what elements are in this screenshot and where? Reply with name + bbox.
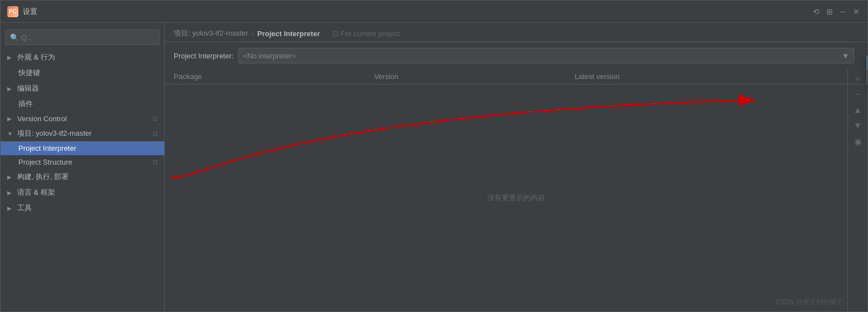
table-area: Package Version Latest version 没有要显示的内容 … xyxy=(165,69,867,311)
copy-icon: ⊡ xyxy=(153,130,158,137)
sidebar-item-label: Project Interpreter xyxy=(18,144,76,152)
interpreter-value: <No interpreter> xyxy=(243,52,296,60)
expand-arrow-icon: ▶ xyxy=(7,55,14,61)
sidebar-item-shortcuts[interactable]: 快捷键 xyxy=(1,65,164,81)
main-content: 🔍 ▶ 外观 & 行为 快捷键 ▶ 编辑器 插件 ▶ Version Contr… xyxy=(1,23,867,311)
table-body: 没有要显示的内容 xyxy=(165,85,867,311)
table-header: Package Version Latest version xyxy=(165,69,867,85)
search-input[interactable] xyxy=(21,33,155,42)
collapse-arrow-icon: ▼ xyxy=(7,131,14,137)
copy-icon: ⊡ xyxy=(153,159,158,166)
sidebar-item-label: 项目: yolov3-tf2-master xyxy=(17,128,92,138)
breadcrumb-current: Project Interpreter xyxy=(257,29,320,38)
sidebar: 🔍 ▶ 外观 & 行为 快捷键 ▶ 编辑器 插件 ▶ Version Contr… xyxy=(1,23,165,311)
sidebar-item-label: 外观 & 行为 xyxy=(17,52,55,62)
extra-btn-1[interactable]: ⟲ xyxy=(812,7,821,16)
sidebar-item-label: 快捷键 xyxy=(18,68,40,78)
dropdown-add-item[interactable]: Add... xyxy=(867,56,867,70)
col-version-header: Version xyxy=(374,72,575,81)
sidebar-item-tools[interactable]: ▶ 工具 xyxy=(1,200,164,216)
sidebar-item-project-structure[interactable]: Project Structure ⊡ xyxy=(1,155,164,169)
watermark: CSDN @梦北村的枫子 xyxy=(775,298,843,307)
expand-arrow-icon: ▶ xyxy=(7,86,14,92)
dropdown-popup: Add... Show All... xyxy=(866,56,867,85)
extra-btn-2[interactable]: ⊞ xyxy=(825,7,834,16)
sidebar-item-label: 插件 xyxy=(18,99,33,109)
dropdown-show-all-item[interactable]: Show All... xyxy=(867,70,867,84)
expand-arrow-icon: ▶ xyxy=(7,190,14,196)
right-actions: + − ▲ ▼ ◉ xyxy=(847,69,867,311)
sidebar-item-label: Project Structure xyxy=(18,158,72,166)
empty-text: 没有要显示的内容 xyxy=(487,193,545,203)
sidebar-item-label: Version Control xyxy=(17,115,67,123)
interpreter-label: Project Interpreter: xyxy=(174,52,234,60)
sidebar-item-language[interactable]: ▶ 语言 & 框架 xyxy=(1,185,164,200)
sidebar-item-project[interactable]: ▼ 项目: yolov3-tf2-master ⊡ xyxy=(1,126,164,141)
interpreter-select[interactable]: <No interpreter> ▼ xyxy=(238,48,854,63)
main-panel: 项目: yolov3-tf2-master › Project Interpre… xyxy=(165,23,867,311)
close-button[interactable]: ✕ xyxy=(852,7,861,16)
expand-arrow-icon: ▶ xyxy=(7,116,14,122)
eye-button[interactable]: ◉ xyxy=(851,135,865,148)
expand-arrow-icon: ▶ xyxy=(7,174,14,180)
search-icon: 🔍 xyxy=(10,33,19,42)
expand-arrow-icon: ▶ xyxy=(7,205,14,211)
sidebar-item-editor[interactable]: ▶ 编辑器 xyxy=(1,81,164,96)
interpreter-row: Project Interpreter: <No interpreter> ▼ … xyxy=(165,42,867,69)
down-button[interactable]: ▼ xyxy=(851,119,865,132)
sidebar-item-project-interpreter[interactable]: Project Interpreter ⊡ xyxy=(1,141,164,155)
for-current-text: For current project xyxy=(341,29,400,38)
col-latest-header: Latest version xyxy=(575,72,859,81)
window-title: 设置 xyxy=(23,7,812,17)
breadcrumb: 项目: yolov3-tf2-master › Project Interpre… xyxy=(174,28,859,38)
minimize-button[interactable]: ─ xyxy=(838,7,847,16)
search-box[interactable]: 🔍 xyxy=(5,29,160,45)
sidebar-item-label: 编辑器 xyxy=(17,83,39,93)
window-controls: ⟲ ⊞ ─ ✕ xyxy=(812,7,861,16)
add-package-button[interactable]: + xyxy=(851,72,865,86)
sidebar-item-build[interactable]: ▶ 构建, 执行, 部署 xyxy=(1,169,164,185)
chevron-down-icon: ▼ xyxy=(842,52,849,60)
sidebar-item-label: 构建, 执行, 部署 xyxy=(17,172,68,182)
for-current-label: ⊡ For current project xyxy=(332,29,400,38)
sidebar-item-label: 语言 & 框架 xyxy=(17,187,55,197)
for-current-icon: ⊡ xyxy=(332,29,339,38)
main-header: 项目: yolov3-tf2-master › Project Interpre… xyxy=(165,23,867,42)
up-button[interactable]: ▲ xyxy=(851,103,865,117)
sidebar-item-version-control[interactable]: ▶ Version Control ⊡ xyxy=(1,112,164,126)
app-logo: PC xyxy=(7,6,18,17)
title-bar: PC 设置 ⟲ ⊞ ─ ✕ xyxy=(1,1,867,23)
sidebar-item-plugins[interactable]: 插件 xyxy=(1,96,164,112)
sidebar-item-label: 工具 xyxy=(17,203,32,213)
remove-package-button[interactable]: − xyxy=(851,88,865,101)
col-package-header: Package xyxy=(174,72,374,81)
settings-window: PC 设置 ⟲ ⊞ ─ ✕ 🔍 ▶ 外观 & 行为 快捷键 ▶ xyxy=(0,0,868,312)
sidebar-item-appearance[interactable]: ▶ 外观 & 行为 xyxy=(1,49,164,65)
breadcrumb-separator: › xyxy=(252,29,254,38)
copy-icon: ⊡ xyxy=(153,145,158,152)
breadcrumb-project: 项目: yolov3-tf2-master xyxy=(174,28,248,38)
copy-icon: ⊡ xyxy=(153,115,158,122)
